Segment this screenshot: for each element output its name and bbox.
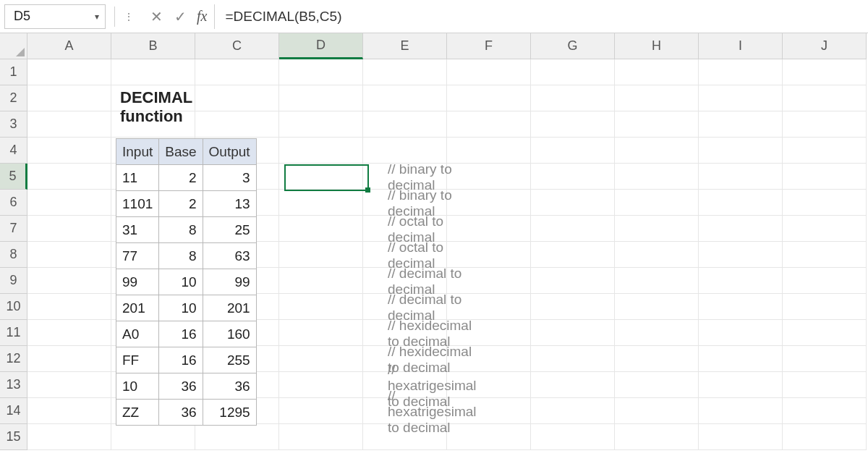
drag-handle-icon[interactable]: ⋮ <box>124 11 135 22</box>
cell[interactable] <box>279 111 363 138</box>
cell-base[interactable]: 2 <box>159 191 203 217</box>
cell[interactable] <box>783 59 867 85</box>
cell[interactable] <box>783 294 867 320</box>
cell[interactable] <box>615 294 699 320</box>
cell[interactable] <box>363 111 447 138</box>
row-head-15[interactable]: 15 <box>0 424 27 450</box>
cell[interactable] <box>531 294 615 320</box>
cell[interactable] <box>111 424 195 450</box>
cell[interactable] <box>783 85 867 111</box>
cell[interactable] <box>531 190 615 216</box>
cell[interactable] <box>195 85 279 111</box>
cell-base[interactable]: 36 <box>159 373 203 400</box>
cell-output[interactable]: 1295 <box>203 400 256 426</box>
cell[interactable] <box>615 268 699 294</box>
row-head-11[interactable]: 11 <box>0 320 27 346</box>
row-head-14[interactable]: 14 <box>0 398 27 424</box>
name-box[interactable]: D5 ▾ <box>4 4 106 29</box>
fx-icon[interactable]: fx <box>197 8 207 25</box>
cell[interactable] <box>783 372 867 398</box>
cell[interactable] <box>699 164 783 190</box>
cell[interactable] <box>615 398 699 424</box>
cell-output[interactable]: 201 <box>203 295 256 321</box>
cell[interactable] <box>783 111 867 138</box>
cell-output[interactable]: 25 <box>203 217 256 243</box>
cell-input[interactable]: 99 <box>116 269 159 295</box>
col-head-J[interactable]: J <box>783 33 867 59</box>
cell[interactable] <box>615 424 699 450</box>
col-head-A[interactable]: A <box>27 33 111 59</box>
row-head-13[interactable]: 13 <box>0 372 27 398</box>
cell-input[interactable]: 77 <box>116 243 159 269</box>
cell[interactable] <box>783 138 867 164</box>
cell[interactable] <box>699 59 783 85</box>
cell-base[interactable]: 16 <box>159 347 203 373</box>
cell-output[interactable]: 3 <box>203 165 256 191</box>
cell[interactable] <box>531 372 615 398</box>
cell[interactable] <box>783 190 867 216</box>
row-head-9[interactable]: 9 <box>0 268 27 294</box>
formula-input[interactable]: =DECIMAL(B5,C5) <box>214 4 864 29</box>
cell-input[interactable]: A0 <box>116 321 159 347</box>
cell[interactable] <box>27 320 111 346</box>
cell[interactable] <box>279 398 363 424</box>
cell[interactable] <box>363 85 447 111</box>
cell[interactable] <box>447 138 531 164</box>
col-head-C[interactable]: C <box>195 33 279 59</box>
cell[interactable] <box>615 320 699 346</box>
cell[interactable] <box>699 424 783 450</box>
cell[interactable] <box>615 242 699 268</box>
cell[interactable] <box>699 242 783 268</box>
cell[interactable] <box>27 268 111 294</box>
row-head-10[interactable]: 10 <box>0 294 27 320</box>
cell[interactable] <box>279 138 363 164</box>
cell[interactable] <box>279 190 363 216</box>
cell[interactable] <box>111 59 195 85</box>
confirm-icon[interactable]: ✓ <box>174 8 187 25</box>
cell[interactable] <box>531 346 615 372</box>
cancel-icon[interactable]: ✕ <box>150 8 163 25</box>
row-head-1[interactable]: 1 <box>0 59 27 85</box>
col-output[interactable]: Output <box>203 139 256 165</box>
cell[interactable] <box>699 190 783 216</box>
cell[interactable] <box>363 138 447 164</box>
row-head-4[interactable]: 4 <box>0 138 27 164</box>
cell[interactable] <box>279 85 363 111</box>
cell-input[interactable]: FF <box>116 347 159 373</box>
cell[interactable] <box>699 320 783 346</box>
col-head-H[interactable]: H <box>615 33 699 59</box>
cell[interactable] <box>279 164 363 190</box>
cell[interactable] <box>615 216 699 242</box>
cell[interactable] <box>27 190 111 216</box>
cell[interactable] <box>699 294 783 320</box>
cell[interactable] <box>363 59 447 85</box>
cell-base[interactable]: 10 <box>159 269 203 295</box>
cell-base[interactable]: 8 <box>159 217 203 243</box>
cell[interactable] <box>531 242 615 268</box>
cell[interactable] <box>699 111 783 138</box>
cell[interactable] <box>699 346 783 372</box>
cell[interactable] <box>195 59 279 85</box>
cell[interactable] <box>195 424 279 450</box>
cell[interactable] <box>279 59 363 85</box>
cell[interactable] <box>531 424 615 450</box>
cell[interactable] <box>27 85 111 111</box>
cell[interactable] <box>783 242 867 268</box>
cell-output[interactable]: 255 <box>203 347 256 373</box>
cell-input[interactable]: 10 <box>116 373 159 400</box>
cell-output[interactable]: 63 <box>203 243 256 269</box>
cell[interactable] <box>699 398 783 424</box>
col-head-F[interactable]: F <box>447 33 531 59</box>
cell[interactable] <box>531 138 615 164</box>
cell[interactable] <box>447 85 531 111</box>
row-head-5[interactable]: 5 <box>0 164 27 190</box>
cell[interactable] <box>615 111 699 138</box>
cell[interactable] <box>27 372 111 398</box>
col-head-D[interactable]: D <box>279 33 363 59</box>
cell[interactable] <box>531 216 615 242</box>
cell-input[interactable]: 1101 <box>116 191 159 217</box>
cell[interactable] <box>27 216 111 242</box>
cell[interactable] <box>699 216 783 242</box>
cell-input[interactable]: ZZ <box>116 400 159 426</box>
cell-base[interactable]: 10 <box>159 295 203 321</box>
